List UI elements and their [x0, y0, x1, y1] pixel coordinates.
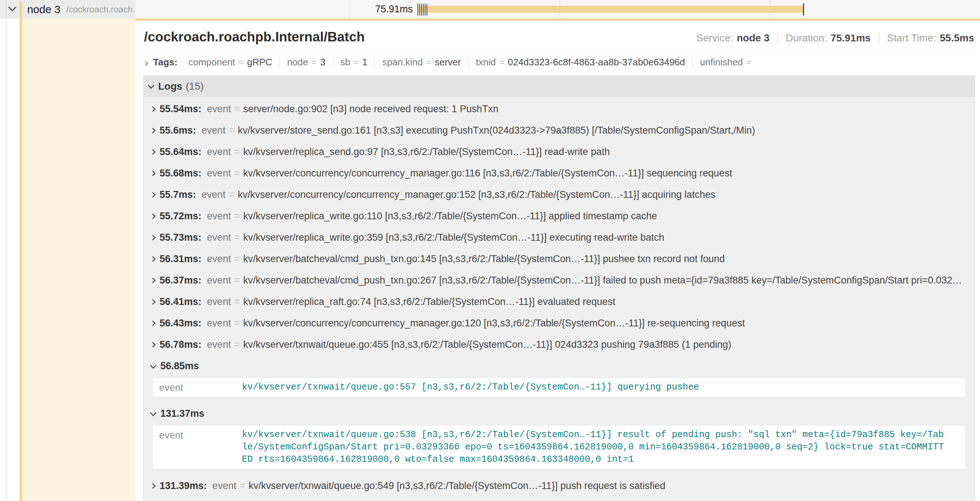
log-field-key: event: [202, 125, 226, 136]
chevron-right-icon: [150, 278, 156, 284]
start-time-value: 55.5ms: [940, 32, 974, 44]
chevron-right-icon: [150, 192, 156, 198]
log-timestamp: 56.37ms:: [159, 275, 202, 286]
log-field-key: event: [207, 275, 231, 286]
log-timestamp: 56.43ms:: [159, 318, 202, 329]
span-overview: Service:node 3 Duration:75.91ms Start Ti…: [696, 32, 974, 44]
log-timestamp: 55.72ms:: [159, 211, 202, 222]
log-field-key: event: [202, 189, 226, 200]
log-field-key: event: [207, 104, 231, 115]
log-row[interactable]: 55.7ms: event = kv/kvserver/concurrency/…: [147, 184, 971, 206]
log-row[interactable]: 56.85ms: [147, 356, 971, 377]
span-duration-bar[interactable]: [417, 6, 804, 13]
span-detail-header: /cockroach.roachpb.Internal/Batch Servic…: [143, 27, 975, 51]
service-value: node 3: [737, 32, 769, 44]
log-message: kv/kvserver/txnwait/queue.go:455 [n3,s3,…: [243, 339, 967, 350]
log-field-value: kv/kvserver/txnwait/queue.go:538 [n3,s3,…: [242, 429, 959, 466]
log-entry-expanded: 131.37ms event kv/kvserver/txnwait/queue…: [147, 403, 971, 469]
tags-accordion-header[interactable]: Tags: component=gRPC node=3 sb=1 span.ki…: [143, 51, 975, 73]
log-fields-table: event kv/kvserver/txnwait/queue.go:557 […: [152, 378, 966, 397]
column-divider[interactable]: [6, 0, 6, 501]
equals-sign: =: [240, 480, 245, 491]
span-duration-label: 75.91ms: [337, 0, 413, 19]
log-timestamp: 131.39ms:: [159, 480, 207, 491]
log-marker-tick: [426, 4, 427, 16]
tag-item: txnid=024d3323-6c8f-4863-aa8b-37ab0e6349…: [469, 56, 693, 69]
log-marker-tick: [419, 4, 420, 16]
span-detail-panel: /cockroach.roachpb.Internal/Batch Servic…: [135, 19, 980, 501]
log-field-key: event: [213, 480, 237, 491]
log-row[interactable]: 55.6ms: event = kv/kvserver/store_send.g…: [147, 120, 971, 141]
chevron-right-icon: [150, 342, 156, 348]
span-operation-name: /cockroach.roach…: [66, 4, 142, 14]
service-label: Service:: [696, 32, 733, 44]
log-message: kv/kvserver/concurrency/concurrency_mana…: [243, 168, 967, 179]
log-row[interactable]: 55.72ms: event = kv/kvserver/replica_wri…: [147, 206, 971, 227]
logs-accordion: Logs (15) 55.54ms: event = server/node.g…: [143, 75, 975, 501]
tag-item: sb=1: [333, 56, 375, 69]
chevron-right-icon: [150, 128, 156, 134]
chevron-right-icon: [150, 149, 156, 155]
log-timestamp: 56.41ms:: [159, 296, 202, 308]
chevron-down-icon: [150, 410, 156, 416]
equals-sign: =: [234, 318, 240, 329]
log-timestamp: 56.78ms:: [159, 339, 202, 350]
log-row[interactable]: 56.43ms: event = kv/kvserver/concurrency…: [147, 313, 971, 334]
chevron-right-icon: [150, 483, 156, 489]
chevron-right-icon: [150, 299, 156, 305]
chevron-right-icon: [150, 214, 156, 219]
log-entry-expanded: 56.85ms event kv/kvserver/txnwait/queue.…: [147, 356, 971, 397]
start-time-label: Start Time:: [887, 32, 936, 44]
log-message: server/node.go:902 [n3] node received re…: [243, 104, 967, 115]
logs-accordion-header[interactable]: Logs (15): [144, 76, 975, 97]
tag-item: component=gRPC: [181, 56, 280, 69]
log-field-key: event: [159, 381, 242, 394]
tag-item: span.kind=server: [375, 56, 469, 69]
logs-list: 55.54ms: event = server/node.go:902 [n3]…: [144, 97, 975, 501]
log-marker-tick: [425, 4, 425, 16]
log-marker-tick: [803, 3, 804, 16]
log-row[interactable]: 56.41ms: event = kv/kvserver/replica_raf…: [147, 291, 971, 313]
log-marker-tick: [423, 4, 424, 16]
log-timestamp: 55.68ms:: [159, 168, 202, 179]
duration-label: Duration:: [786, 32, 827, 44]
log-row[interactable]: 55.68ms: event = kv/kvserver/concurrency…: [147, 163, 971, 184]
duration-value: 75.91ms: [830, 32, 871, 44]
log-timestamp: 55.64ms:: [159, 146, 202, 158]
span-color-accent-bar: [19, 2, 22, 501]
log-timestamp: 55.54ms:: [159, 104, 202, 115]
tag-item: unfinished=: [693, 56, 762, 69]
equals-sign: =: [234, 254, 240, 265]
log-row[interactable]: 131.39ms: event = kv/kvserver/txnwait/qu…: [147, 475, 971, 497]
chevron-right-icon: [150, 171, 156, 176]
log-row[interactable]: 56.37ms: event = kv/kvserver/batcheval/c…: [147, 270, 971, 291]
collapse-children-toggle[interactable]: [10, 5, 15, 12]
log-row[interactable]: 56.78ms: event = kv/kvserver/txnwait/que…: [147, 334, 971, 356]
log-message: kv/kvserver/batcheval/cmd_push_txn.go:26…: [243, 275, 967, 286]
log-field-key: event: [207, 339, 231, 350]
log-row[interactable]: 55.73ms: event = kv/kvserver/replica_wri…: [147, 227, 971, 248]
log-field-key: event: [207, 296, 231, 308]
log-message: kv/kvserver/replica_send.go:97 [n3,s3,r6…: [243, 146, 967, 158]
span-service-name: node 3: [27, 3, 60, 16]
log-message: kv/kvserver/txnwait/queue.go:549 [n3,s3,…: [248, 480, 967, 491]
log-fields-table: event kv/kvserver/txnwait/queue.go:538 […: [152, 425, 966, 469]
log-timestamp: 55.7ms:: [159, 189, 196, 200]
span-timeline-cell[interactable]: 75.91ms: [135, 0, 980, 19]
log-field-key: event: [207, 146, 231, 158]
chevron-down-icon: [150, 362, 156, 369]
log-row[interactable]: 55.64ms: event = kv/kvserver/replica_sen…: [147, 141, 971, 163]
log-field-value: kv/kvserver/txnwait/queue.go:557 [n3,s3,…: [242, 381, 959, 394]
log-row[interactable]: 55.54ms: event = server/node.go:902 [n3]…: [147, 98, 971, 120]
logs-footnote: Log timestamps are relative to the start…: [147, 497, 971, 501]
log-field-key: event: [207, 211, 231, 222]
log-message: kv/kvserver/concurrency/concurrency_mana…: [237, 189, 967, 200]
log-timestamp: 56.31ms:: [159, 254, 202, 265]
log-row[interactable]: 56.31ms: event = kv/kvserver/batcheval/c…: [147, 248, 971, 270]
log-field-key: event: [207, 232, 231, 243]
equals-sign: =: [234, 232, 240, 243]
log-message: kv/kvserver/replica_write.go:110 [n3,s3,…: [243, 211, 967, 222]
log-row[interactable]: 131.37ms: [147, 403, 971, 424]
log-message: kv/kvserver/batcheval/cmd_push_txn.go:14…: [243, 254, 967, 265]
log-timestamp: 131.37ms: [160, 408, 205, 419]
